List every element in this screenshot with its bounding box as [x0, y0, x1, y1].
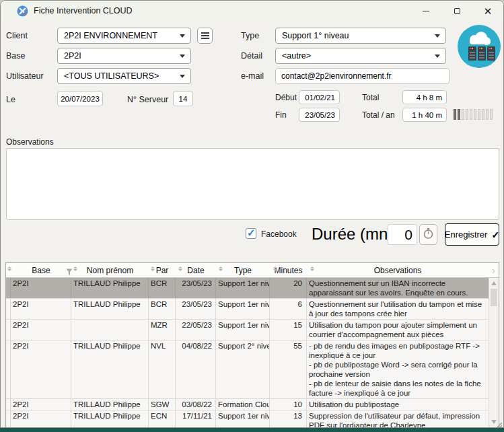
sort-icon[interactable]	[151, 266, 155, 271]
sort-icon[interactable]	[273, 266, 277, 271]
chevron-down-icon	[180, 34, 185, 38]
cell-nom[interactable]: TRILLAUD Philippe	[71, 278, 149, 298]
header-base[interactable]: Base	[11, 263, 71, 277]
minimize-button[interactable]	[410, 1, 441, 21]
cell-sel[interactable]	[6, 410, 11, 427]
cell-obs[interactable]: Utilisation du publipostage	[307, 399, 489, 410]
duree-input[interactable]: 0	[388, 224, 417, 245]
cell-sel[interactable]	[6, 340, 11, 398]
header-nom-prenom[interactable]: Nom prénom	[71, 263, 149, 277]
cell-par[interactable]: SGW	[149, 399, 176, 410]
cell-type[interactable]: Support 1er nive	[216, 320, 270, 340]
cell-par[interactable]: BCR	[149, 299, 176, 319]
type-combobox[interactable]: Support 1° niveau	[275, 28, 446, 44]
cell-date[interactable]: 23/05/23	[176, 299, 216, 319]
cell-min[interactable]: 55	[270, 340, 307, 398]
header-expand-button[interactable]: ›	[489, 263, 499, 277]
resize-grip[interactable]	[494, 419, 502, 427]
filter-funnel-icon[interactable]	[66, 266, 73, 279]
serveur-input[interactable]: 14	[173, 91, 193, 106]
facebook-label: Facebook	[261, 229, 297, 239]
cell-obs[interactable]: Questionnement sur l'utilisation du tamp…	[307, 299, 489, 319]
cell-type[interactable]: Support 2° nivea	[216, 340, 270, 398]
sort-icon[interactable]	[73, 266, 77, 271]
cell-min[interactable]: 13	[270, 410, 307, 427]
maximize-button[interactable]	[441, 1, 472, 21]
utilisateur-combobox[interactable]: <TOUS UTILISATEURS>	[57, 68, 191, 84]
sort-icon[interactable]	[310, 266, 314, 271]
cell-nom[interactable]: TRILLAUD Philippe	[71, 340, 149, 398]
table-row[interactable]: 2P2ITRILLAUD PhilippeNVL04/08/22Support …	[6, 340, 489, 399]
cell-type[interactable]: Support 1er nive	[216, 278, 270, 298]
table-row[interactable]: 2P2ITRILLAUD PhilippeBCR23/05/23Support …	[6, 278, 489, 299]
base-combobox[interactable]: 2P2I	[57, 48, 191, 64]
cell-par[interactable]: BCR	[149, 278, 176, 298]
cell-nom[interactable]: TRILLAUD Philippe	[71, 410, 149, 427]
cell-base[interactable]: 2P2I	[11, 340, 71, 398]
sort-icon[interactable]	[219, 266, 223, 271]
total-input: 4 h 8 m	[402, 90, 447, 104]
email-input[interactable]: contact@2p2ienvironnement.fr	[275, 68, 449, 84]
client-combobox[interactable]: 2P2I ENVIRONNEMENT	[57, 28, 191, 44]
save-button[interactable]: Enregistrer ✓	[445, 223, 499, 246]
sort-icon[interactable]	[178, 266, 182, 271]
cell-date[interactable]: 23/05/23	[176, 278, 216, 298]
cell-type[interactable]: Formation Cloud	[216, 399, 270, 410]
cell-min[interactable]: 15	[270, 320, 307, 340]
table-row[interactable]: 2P2ITRILLAUD PhilippeBCR23/05/23Support …	[6, 299, 489, 320]
table-scrollbar[interactable]	[489, 278, 499, 427]
cell-par[interactable]: ECN	[149, 410, 176, 427]
cell-base[interactable]: 2P2I	[11, 299, 71, 319]
scroll-up-icon[interactable]	[491, 281, 497, 285]
cell-base[interactable]: 2P2I	[11, 399, 71, 410]
cell-sel[interactable]	[6, 320, 11, 340]
cell-par[interactable]: NVL	[149, 340, 176, 398]
cell-nom[interactable]: TRILLAUD Philippe	[71, 299, 149, 319]
gauge-bar	[474, 109, 476, 120]
cell-min[interactable]: 20	[270, 278, 307, 298]
header-type[interactable]: Type	[216, 263, 270, 277]
cell-nom[interactable]	[71, 320, 149, 340]
date-intervention-input[interactable]: 20/07/2023	[57, 91, 103, 106]
cell-type[interactable]: Support 1er nive	[216, 410, 270, 427]
cell-base[interactable]: 2P2I	[11, 320, 71, 340]
cell-sel[interactable]	[6, 399, 11, 410]
debut-input[interactable]: 01/02/21	[299, 90, 340, 104]
cell-date[interactable]: 03/08/22	[176, 399, 216, 410]
cell-obs[interactable]: Utilisation du tampon pour ajouter simpl…	[307, 320, 489, 340]
cell-base[interactable]: 2P2I	[11, 278, 71, 298]
client-list-button[interactable]	[197, 28, 213, 44]
cell-obs[interactable]: - pb de rendu des images en publipostage…	[307, 340, 489, 398]
type-label: Type	[241, 31, 259, 40]
chevron-right-icon: ›	[492, 265, 495, 275]
cell-sel[interactable]	[6, 278, 11, 298]
timer-button[interactable]	[419, 224, 437, 245]
table-row[interactable]: 2P2IMZR22/05/23Support 1er nive15Utilisa…	[6, 320, 489, 340]
cell-date[interactable]: 17/11/21	[176, 410, 216, 427]
detail-combobox[interactable]: <autre>	[275, 48, 446, 64]
facebook-checkbox[interactable]: ✓	[246, 228, 256, 239]
cell-min[interactable]: 10	[270, 399, 307, 410]
gauge-bar	[458, 109, 460, 120]
observations-textarea[interactable]	[6, 148, 499, 220]
cell-min[interactable]: 6	[270, 299, 307, 319]
cell-nom[interactable]: TRILLAUD Philippe	[71, 399, 149, 410]
cell-date[interactable]: 22/05/23	[176, 320, 216, 340]
total-label: Total	[362, 93, 379, 102]
header-observations[interactable]: Observations	[307, 263, 489, 277]
cell-date[interactable]: 04/08/22	[176, 340, 216, 398]
close-button[interactable]: ✕	[472, 1, 503, 21]
table-row[interactable]: 2P2ITRILLAUD PhilippeECN17/11/21Support …	[6, 410, 489, 427]
table-row[interactable]: 2P2ITRILLAUD PhilippeSGW03/08/22Formatio…	[6, 399, 489, 410]
sort-icon[interactable]	[7, 266, 11, 271]
cell-obs[interactable]: Questionnement sur un IBAN incorrecte ap…	[307, 278, 489, 298]
total-an-input: 1 h 40 m	[402, 108, 447, 122]
scrollbar-thumb[interactable]	[491, 289, 497, 306]
cell-par[interactable]: MZR	[149, 320, 176, 340]
cell-type[interactable]: Support 1er nive	[216, 299, 270, 319]
cell-sel[interactable]	[6, 299, 11, 319]
cell-base[interactable]: 2P2I	[11, 410, 71, 427]
cell-obs[interactable]: Suppression de l'utilisateur par défaut,…	[307, 410, 489, 427]
window: Fiche Intervention CLOUD ✕ Client 2P2I E…	[0, 0, 504, 428]
fin-input[interactable]: 23/05/23	[299, 108, 340, 122]
